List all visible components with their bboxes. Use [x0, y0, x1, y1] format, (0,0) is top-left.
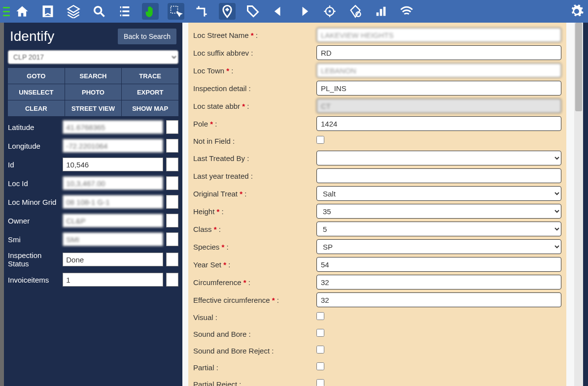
wifi-icon[interactable]: [398, 3, 415, 20]
target-icon[interactable]: [321, 3, 338, 20]
field-toggle[interactable]: [166, 158, 178, 171]
inspection-label: Inspection Status: [8, 251, 60, 268]
sound-bore-label: Sound and Bore :: [193, 330, 311, 338]
loc-state-input: [316, 98, 561, 113]
chart-icon[interactable]: [373, 3, 389, 20]
invoice-input[interactable]: [63, 273, 163, 287]
year-set-label: Year Set * :: [193, 260, 311, 269]
svg-point-0: [95, 7, 102, 14]
map-doc-icon[interactable]: [39, 3, 56, 20]
class-select[interactable]: 5: [316, 222, 561, 236]
right-edge-strip: [583, 23, 588, 386]
loc-suffix-label: Loc suffix abbrev :: [193, 49, 311, 57]
project-select[interactable]: CLP 2017: [8, 50, 178, 64]
streetview-button[interactable]: STREET VIEW: [65, 100, 122, 116]
inspection-input[interactable]: [63, 253, 163, 266]
partial-reject-checkbox[interactable]: [316, 379, 324, 386]
locid-label: Loc Id: [8, 179, 60, 188]
export-button[interactable]: EXPORT: [122, 84, 178, 100]
goto-button[interactable]: GOTO: [8, 68, 65, 84]
not-in-field-label: Not in Field :: [193, 137, 311, 145]
list-icon[interactable]: [116, 3, 133, 20]
loc-suffix-input[interactable]: [316, 45, 561, 60]
partial-label: Partial :: [193, 363, 311, 372]
field-toggle[interactable]: [166, 253, 178, 266]
class-label: Class * :: [193, 225, 311, 233]
pointer-select-icon[interactable]: [168, 3, 184, 20]
sound-bore-checkbox[interactable]: [316, 329, 324, 337]
gear-icon[interactable]: [568, 3, 585, 20]
latitude-input[interactable]: [63, 120, 163, 134]
id-input[interactable]: [63, 158, 163, 171]
search-button[interactable]: SEARCH: [65, 68, 122, 84]
clear-button[interactable]: CLEAR: [8, 100, 65, 116]
sound-bore-reject-checkbox[interactable]: [316, 346, 324, 354]
species-select[interactable]: SP: [316, 239, 561, 254]
height-select[interactable]: 35: [316, 204, 561, 219]
top-toolbar: [0, 0, 588, 23]
loc-street-name-input[interactable]: [316, 28, 561, 42]
search-icon[interactable]: [91, 3, 107, 20]
home-icon[interactable]: [14, 3, 31, 20]
field-toggle[interactable]: [166, 120, 178, 134]
locminor-label: Loc Minor Grid: [8, 198, 60, 206]
form-scroll-area: Loc Street Name * : Loc suffix abbrev : …: [188, 23, 566, 386]
last-year-treated-input[interactable]: [316, 168, 561, 183]
scrollbar-thumb[interactable]: [575, 23, 582, 111]
action-buttons: GOTO SEARCH TRACE UNSELECT PHOTO EXPORT …: [4, 68, 182, 120]
form-content: Loc Street Name * : Loc suffix abbrev : …: [182, 23, 588, 386]
locminor-input[interactable]: [63, 195, 163, 209]
tag-icon[interactable]: [244, 3, 261, 20]
not-in-field-checkbox[interactable]: [316, 136, 324, 144]
locid-input[interactable]: [63, 176, 163, 190]
rotate-crop-icon[interactable]: [193, 3, 210, 20]
owner-input[interactable]: [63, 214, 163, 227]
left-edge-strip: [0, 23, 4, 386]
diamond-gear-icon[interactable]: [347, 3, 364, 20]
identify-panel: Identify Back to Search CLP 2017 GOTO SE…: [4, 23, 182, 386]
arrow-right-icon[interactable]: [296, 3, 312, 20]
partial-checkbox[interactable]: [316, 362, 324, 370]
original-treat-select[interactable]: Salt: [316, 186, 561, 201]
svg-point-3: [329, 10, 331, 13]
showmap-button[interactable]: SHOW MAP: [122, 100, 178, 116]
photo-button[interactable]: PHOTO: [65, 84, 122, 100]
add-pin-icon[interactable]: [219, 3, 236, 20]
field-toggle[interactable]: [166, 195, 178, 209]
field-toggle[interactable]: [166, 232, 178, 246]
longitude-input[interactable]: [63, 139, 163, 153]
longitude-label: Longitude: [8, 142, 60, 150]
circumference-label: Circumference * :: [193, 278, 311, 287]
eff-circ-label: Effective circumference * :: [193, 296, 311, 304]
visual-label: Visual :: [193, 313, 311, 322]
field-toggle[interactable]: [166, 176, 178, 190]
eff-circ-input[interactable]: [316, 292, 561, 307]
visual-checkbox[interactable]: [316, 312, 324, 320]
latitude-label: Latitude: [8, 123, 60, 131]
pole-input[interactable]: [316, 116, 561, 131]
panel-title: Identify: [10, 29, 54, 44]
scrollbar[interactable]: [574, 23, 583, 386]
arrow-left-icon[interactable]: [270, 3, 287, 20]
menu-icon[interactable]: [3, 4, 10, 19]
inspection-detail-input[interactable]: [316, 81, 561, 96]
layers-icon[interactable]: [65, 3, 82, 20]
owner-label: Owner: [8, 217, 60, 225]
smi-input[interactable]: [63, 232, 163, 246]
loc-town-input[interactable]: [316, 63, 561, 78]
sound-bore-reject-label: Sound and Bore Reject :: [193, 347, 311, 355]
field-toggle[interactable]: [166, 273, 178, 287]
smi-label: Smi: [8, 235, 60, 244]
original-treat-label: Original Treat * :: [193, 190, 311, 198]
loc-street-name-label: Loc Street Name * :: [193, 31, 311, 39]
last-treated-by-select[interactable]: [316, 151, 561, 165]
hand-icon[interactable]: [142, 3, 159, 20]
trace-button[interactable]: TRACE: [122, 68, 178, 84]
field-toggle[interactable]: [166, 214, 178, 227]
inspection-detail-label: Inspection detail :: [193, 84, 311, 93]
circumference-input[interactable]: [316, 275, 561, 290]
back-to-search-button[interactable]: Back to Search: [118, 29, 176, 44]
field-toggle[interactable]: [166, 139, 178, 153]
unselect-button[interactable]: UNSELECT: [8, 84, 65, 100]
year-set-input[interactable]: [316, 257, 561, 272]
